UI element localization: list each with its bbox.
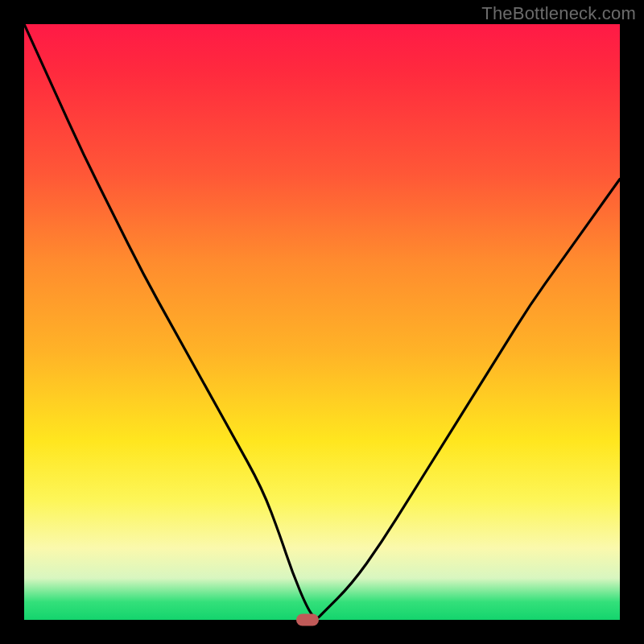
curve-svg	[24, 24, 620, 620]
plot-area	[24, 24, 620, 620]
watermark-text: TheBottleneck.com	[481, 3, 636, 24]
bottleneck-curve-path	[24, 24, 620, 618]
chart-frame: TheBottleneck.com	[0, 0, 644, 644]
minimum-marker	[296, 614, 319, 626]
